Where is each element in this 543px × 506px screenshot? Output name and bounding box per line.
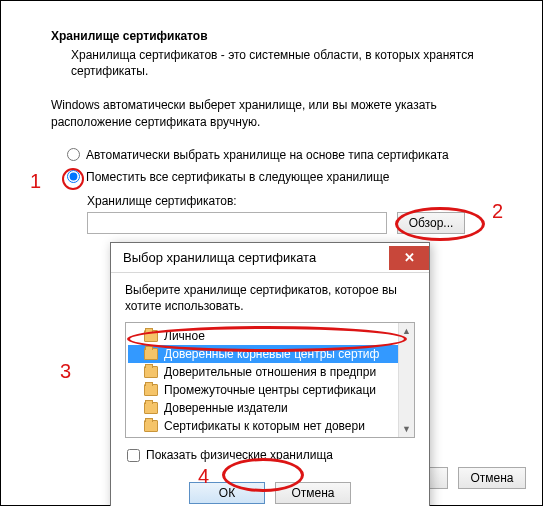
page-subtitle: Хранилища сертификатов - это системные о… bbox=[71, 47, 502, 79]
browse-button[interactable]: Обзор... bbox=[397, 212, 465, 234]
scroll-up-icon[interactable]: ▲ bbox=[402, 323, 411, 339]
store-tree[interactable]: Личное Доверенные корневые центры сертиф… bbox=[125, 322, 415, 438]
store-input[interactable] bbox=[87, 212, 387, 234]
tree-item[interactable]: Доверенные издатели bbox=[128, 399, 412, 417]
dialog-title: Выбор хранилища сертификата bbox=[123, 250, 316, 265]
radio-auto[interactable] bbox=[67, 148, 80, 161]
tree-item[interactable]: Сертификаты к которым нет довери bbox=[128, 417, 412, 435]
radio-manual[interactable] bbox=[67, 170, 80, 183]
folder-icon bbox=[144, 402, 158, 414]
vertical-scrollbar[interactable]: ▲ ▼ bbox=[398, 323, 414, 437]
store-field-label: Хранилище сертификатов: bbox=[87, 194, 502, 208]
tree-item[interactable]: Личное bbox=[128, 327, 412, 345]
show-physical-checkbox[interactable] bbox=[127, 449, 140, 462]
folder-icon bbox=[144, 384, 158, 396]
folder-icon bbox=[144, 348, 158, 360]
page-title: Хранилище сертификатов bbox=[51, 29, 502, 43]
radio-manual-label: Поместить все сертификаты в следующее хр… bbox=[86, 170, 389, 184]
scroll-down-icon[interactable]: ▼ bbox=[402, 421, 411, 437]
tree-item[interactable]: Промежуточные центры сертификаци bbox=[128, 381, 412, 399]
show-physical-row[interactable]: Показать физические хранилища bbox=[127, 448, 415, 462]
cancel-button[interactable]: Отмена bbox=[458, 467, 526, 489]
folder-icon bbox=[144, 330, 158, 342]
close-icon[interactable]: ✕ bbox=[389, 246, 429, 270]
show-physical-label: Показать физические хранилища bbox=[146, 448, 333, 462]
radio-auto-label: Автоматически выбрать хранилище на основ… bbox=[86, 148, 449, 162]
radio-auto-row[interactable]: Автоматически выбрать хранилище на основ… bbox=[67, 148, 502, 162]
dialog-cancel-button[interactable]: Отмена bbox=[275, 482, 351, 504]
folder-icon bbox=[144, 366, 158, 378]
radio-manual-row[interactable]: Поместить все сертификаты в следующее хр… bbox=[67, 170, 502, 184]
dialog-message: Выберите хранилище сертификатов, которое… bbox=[125, 283, 415, 314]
tree-item-selected[interactable]: Доверенные корневые центры сертиф bbox=[128, 345, 412, 363]
intro-text: Windows автоматически выберет хранилище,… bbox=[51, 97, 502, 129]
ok-button[interactable]: ОК bbox=[189, 482, 265, 504]
folder-icon bbox=[144, 420, 158, 432]
select-store-dialog: Выбор хранилища сертификата ✕ Выберите х… bbox=[110, 242, 430, 506]
tree-item[interactable]: Доверительные отношения в предпри bbox=[128, 363, 412, 381]
